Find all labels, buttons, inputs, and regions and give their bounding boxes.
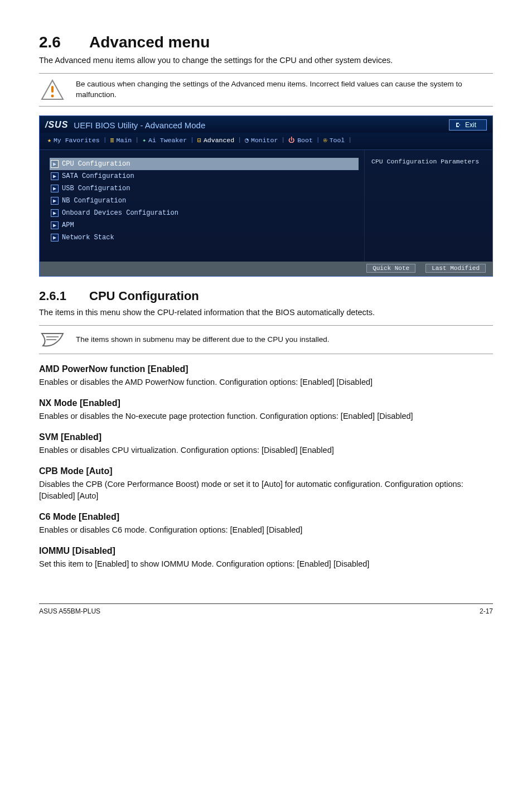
tab-divider: | bbox=[238, 136, 241, 144]
bios-help-text: CPU Configuration Parameters bbox=[371, 158, 479, 165]
setting-body: Disables the CPB (Core Performance Boost… bbox=[39, 479, 493, 502]
advanced-icon: ⊟ bbox=[197, 136, 201, 144]
bios-item-nb[interactable]: ▶NB Configuration bbox=[50, 195, 359, 207]
tab-tweaker-label: Ai Tweaker bbox=[148, 137, 187, 144]
tab-favorites[interactable]: ★My Favorites bbox=[47, 136, 100, 144]
tab-favorites-label: My Favorites bbox=[54, 137, 100, 144]
info-note: The items shown in submenu may be differ… bbox=[39, 325, 493, 354]
setting-heading: CPB Mode [Auto] bbox=[39, 466, 493, 476]
setting-block: AMD PowerNow function [Enabled] Enables … bbox=[39, 364, 493, 388]
setting-block: CPB Mode [Auto] Disables the CPB (Core P… bbox=[39, 466, 493, 502]
exit-icon bbox=[455, 122, 462, 128]
boot-icon: ⏻ bbox=[288, 137, 295, 144]
exit-label: Exit bbox=[465, 121, 476, 129]
bios-screenshot: /SUS UEFI BIOS Utility - Advanced Mode E… bbox=[39, 115, 493, 277]
subsection-intro: The items in this menu show the CPU-rela… bbox=[39, 307, 493, 318]
tab-advanced-label: Advanced bbox=[204, 137, 234, 144]
info-note-text: The items shown in submenu may be differ… bbox=[76, 335, 330, 345]
setting-body: Set this item to [Enabled] to show IOMMU… bbox=[39, 558, 493, 570]
note-icon bbox=[39, 331, 66, 348]
setting-block: IOMMU [Disabled] Set this item to [Enabl… bbox=[39, 546, 493, 570]
chevron-right-icon: ▶ bbox=[51, 209, 59, 217]
list-icon: ≣ bbox=[110, 136, 114, 144]
bios-menu-list: ▶CPU Configuration ▶SATA Configuration ▶… bbox=[40, 150, 364, 262]
setting-heading: IOMMU [Disabled] bbox=[39, 546, 493, 556]
bios-item-network[interactable]: ▶Network Stack bbox=[50, 231, 359, 244]
tab-divider: | bbox=[348, 136, 352, 144]
section-heading: 2.6Advanced menu bbox=[39, 33, 493, 51]
bios-tabs: ★My Favorites | ≣Main | ✦Ai Tweaker | ⊟A… bbox=[40, 133, 492, 150]
section-title: Advanced menu bbox=[89, 33, 210, 51]
tab-boot-label: Boot bbox=[297, 137, 313, 144]
footer-page-number: 2-17 bbox=[480, 607, 493, 615]
chevron-right-icon: ▶ bbox=[51, 160, 59, 168]
tab-divider: | bbox=[135, 136, 139, 144]
bios-item-label: SATA Configuration bbox=[62, 172, 134, 180]
tab-monitor-label: Monitor bbox=[251, 137, 278, 144]
tweaker-icon: ✦ bbox=[142, 136, 146, 144]
tab-tweaker[interactable]: ✦Ai Tweaker bbox=[142, 136, 187, 144]
bios-help-pane: CPU Configuration Parameters bbox=[364, 150, 492, 262]
chevron-right-icon: ▶ bbox=[51, 185, 59, 192]
star-icon: ★ bbox=[47, 136, 51, 144]
tool-icon: ✇ bbox=[323, 136, 327, 144]
section-intro: The Advanced menu items allow you to cha… bbox=[39, 55, 493, 66]
bios-footer: Quick Note Last Modified bbox=[40, 262, 492, 276]
last-modified-button[interactable]: Last Modified bbox=[425, 264, 486, 273]
bios-title-left: /SUS UEFI BIOS Utility - Advanced Mode bbox=[45, 120, 205, 130]
bios-item-label: CPU Configuration bbox=[62, 160, 130, 168]
setting-body: Enables or disables the AMD PowerNow fun… bbox=[39, 376, 493, 388]
tab-main-label: Main bbox=[117, 137, 132, 144]
exit-button[interactable]: Exit bbox=[449, 119, 487, 131]
tab-tool-label: Tool bbox=[330, 137, 345, 144]
setting-heading: AMD PowerNow function [Enabled] bbox=[39, 364, 493, 374]
svg-rect-1 bbox=[51, 86, 54, 93]
setting-body: Enables or disables C6 mode. Configurati… bbox=[39, 524, 493, 536]
bios-item-label: NB Configuration bbox=[62, 197, 126, 205]
setting-heading: SVM [Enabled] bbox=[39, 432, 493, 442]
setting-body: Enables or disables CPU virtualization. … bbox=[39, 445, 493, 456]
footer-product: ASUS A55BM-PLUS bbox=[39, 607, 100, 615]
subsection-number: 2.6.1 bbox=[39, 289, 89, 303]
bios-titlebar: /SUS UEFI BIOS Utility - Advanced Mode E… bbox=[40, 116, 492, 133]
setting-block: C6 Mode [Enabled] Enables or disables C6… bbox=[39, 512, 493, 536]
svg-point-2 bbox=[51, 95, 54, 98]
subsection-title: CPU Configuration bbox=[89, 289, 199, 303]
asus-logo: /SUS bbox=[45, 120, 68, 130]
tab-advanced[interactable]: ⊟Advanced bbox=[197, 136, 234, 144]
tab-main[interactable]: ≣Main bbox=[110, 136, 132, 144]
chevron-right-icon: ▶ bbox=[51, 234, 59, 241]
setting-heading: NX Mode [Enabled] bbox=[39, 398, 493, 408]
bios-item-label: Onboard Devices Configuration bbox=[62, 209, 178, 217]
caution-note: Be cautious when changing the settings o… bbox=[39, 73, 493, 107]
caution-icon bbox=[39, 79, 66, 100]
setting-block: SVM [Enabled] Enables or disables CPU vi… bbox=[39, 432, 493, 456]
tab-divider: | bbox=[281, 136, 285, 144]
chevron-right-icon: ▶ bbox=[51, 197, 59, 205]
bios-item-label: USB Configuration bbox=[62, 185, 130, 192]
tab-boot[interactable]: ⏻Boot bbox=[288, 136, 313, 144]
tab-monitor[interactable]: ◔Monitor bbox=[245, 136, 278, 144]
setting-body: Enables or disables the No-execute page … bbox=[39, 410, 493, 422]
tab-tool[interactable]: ✇Tool bbox=[323, 136, 345, 144]
tab-divider: | bbox=[316, 136, 320, 144]
chevron-right-icon: ▶ bbox=[51, 172, 59, 180]
bios-item-sata[interactable]: ▶SATA Configuration bbox=[50, 170, 359, 182]
bios-item-onboard[interactable]: ▶Onboard Devices Configuration bbox=[50, 207, 359, 219]
bios-item-label: Network Stack bbox=[62, 234, 114, 241]
bios-item-label: APM bbox=[62, 221, 74, 229]
page-footer: ASUS A55BM-PLUS 2-17 bbox=[39, 603, 493, 615]
bios-mode-title: UEFI BIOS Utility - Advanced Mode bbox=[74, 120, 205, 130]
tab-divider: | bbox=[103, 136, 107, 144]
tab-divider: | bbox=[190, 136, 194, 144]
bios-item-usb[interactable]: ▶USB Configuration bbox=[50, 182, 359, 195]
caution-text: Be cautious when changing the settings o… bbox=[76, 79, 493, 100]
subsection-heading: 2.6.1CPU Configuration bbox=[39, 289, 493, 303]
setting-heading: C6 Mode [Enabled] bbox=[39, 512, 493, 522]
quick-note-button[interactable]: Quick Note bbox=[366, 264, 415, 273]
bios-body: ▶CPU Configuration ▶SATA Configuration ▶… bbox=[40, 150, 492, 262]
setting-block: NX Mode [Enabled] Enables or disables th… bbox=[39, 398, 493, 422]
bios-item-apm[interactable]: ▶APM bbox=[50, 219, 359, 231]
bios-item-cpu[interactable]: ▶CPU Configuration bbox=[50, 158, 359, 170]
chevron-right-icon: ▶ bbox=[51, 221, 59, 229]
